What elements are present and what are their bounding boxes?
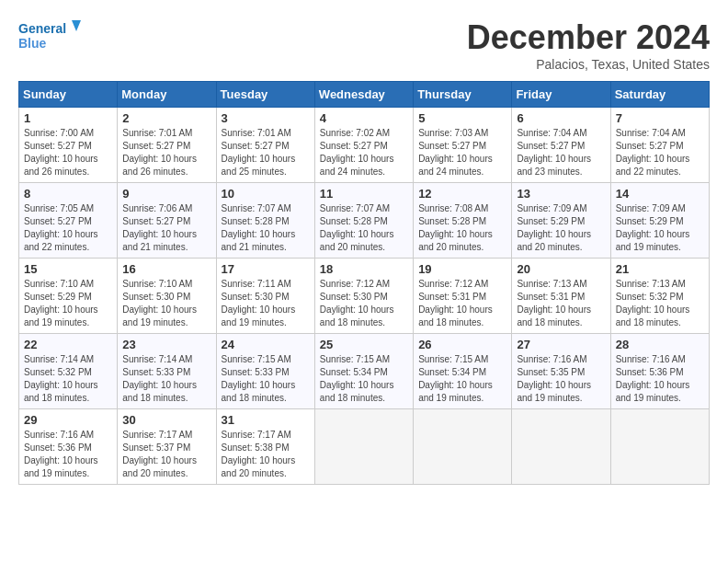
day-info: Sunrise: 7:14 AM Sunset: 5:32 PM Dayligh…: [24, 353, 112, 405]
day-number: 25: [320, 338, 408, 351]
day-number: 30: [122, 413, 210, 427]
calendar-cell: 23Sunrise: 7:14 AM Sunset: 5:33 PM Dayli…: [118, 334, 216, 409]
day-info: Sunrise: 7:02 AM Sunset: 5:27 PM Dayligh…: [320, 127, 408, 178]
day-info: Sunrise: 7:09 AM Sunset: 5:29 PM Dayligh…: [517, 202, 605, 254]
calendar-cell: 26Sunrise: 7:15 AM Sunset: 5:34 PM Dayli…: [414, 334, 512, 409]
calendar-cell: 2Sunrise: 7:01 AM Sunset: 5:27 PM Daylig…: [118, 108, 216, 183]
day-number: 18: [320, 262, 408, 276]
calendar-cell: 24Sunrise: 7:15 AM Sunset: 5:33 PM Dayli…: [216, 334, 314, 409]
day-number: 1: [24, 111, 112, 125]
calendar-cell: 8Sunrise: 7:05 AM Sunset: 5:27 PM Daylig…: [19, 183, 118, 259]
week-row-3: 15Sunrise: 7:10 AM Sunset: 5:29 PM Dayli…: [19, 259, 710, 334]
day-info: Sunrise: 7:12 AM Sunset: 5:31 PM Dayligh…: [418, 278, 506, 329]
calendar-cell: [314, 409, 413, 485]
day-info: Sunrise: 7:10 AM Sunset: 5:29 PM Dayligh…: [24, 278, 112, 329]
day-info: Sunrise: 7:06 AM Sunset: 5:27 PM Dayligh…: [122, 202, 210, 254]
day-info: Sunrise: 7:01 AM Sunset: 5:27 PM Dayligh…: [122, 127, 210, 178]
calendar-cell: [512, 409, 610, 485]
week-row-2: 8Sunrise: 7:05 AM Sunset: 5:27 PM Daylig…: [19, 183, 710, 259]
day-info: Sunrise: 7:15 AM Sunset: 5:34 PM Dayligh…: [418, 353, 506, 405]
week-row-4: 22Sunrise: 7:14 AM Sunset: 5:32 PM Dayli…: [19, 334, 710, 409]
svg-text:Blue: Blue: [18, 36, 47, 51]
col-header-thursday: Thursday: [414, 82, 512, 108]
calendar-cell: 1Sunrise: 7:00 AM Sunset: 5:27 PM Daylig…: [19, 108, 118, 183]
calendar-cell: 3Sunrise: 7:01 AM Sunset: 5:27 PM Daylig…: [216, 108, 314, 183]
svg-text:General: General: [18, 21, 66, 36]
day-info: Sunrise: 7:16 AM Sunset: 5:36 PM Dayligh…: [616, 353, 704, 405]
day-number: 6: [517, 111, 605, 125]
day-info: Sunrise: 7:07 AM Sunset: 5:28 PM Dayligh…: [320, 202, 408, 254]
logo: General Blue: [18, 18, 83, 55]
day-number: 31: [222, 413, 310, 427]
col-header-saturday: Saturday: [610, 82, 709, 108]
calendar-cell: [610, 409, 709, 485]
day-number: 11: [320, 187, 408, 201]
day-info: Sunrise: 7:17 AM Sunset: 5:38 PM Dayligh…: [222, 429, 310, 480]
day-number: 15: [24, 262, 112, 276]
calendar-cell: 30Sunrise: 7:17 AM Sunset: 5:37 PM Dayli…: [118, 409, 216, 485]
day-number: 20: [517, 262, 605, 276]
day-number: 7: [616, 111, 704, 125]
calendar-cell: 11Sunrise: 7:07 AM Sunset: 5:28 PM Dayli…: [314, 183, 413, 259]
day-info: Sunrise: 7:11 AM Sunset: 5:30 PM Dayligh…: [222, 278, 310, 329]
calendar-cell: 5Sunrise: 7:03 AM Sunset: 5:27 PM Daylig…: [414, 108, 512, 183]
calendar-cell: 18Sunrise: 7:12 AM Sunset: 5:30 PM Dayli…: [314, 259, 413, 334]
day-info: Sunrise: 7:15 AM Sunset: 5:34 PM Dayligh…: [320, 353, 408, 405]
day-info: Sunrise: 7:07 AM Sunset: 5:28 PM Dayligh…: [222, 202, 310, 254]
calendar-cell: 31Sunrise: 7:17 AM Sunset: 5:38 PM Dayli…: [216, 409, 314, 485]
calendar-cell: 15Sunrise: 7:10 AM Sunset: 5:29 PM Dayli…: [19, 259, 118, 334]
calendar-cell: 7Sunrise: 7:04 AM Sunset: 5:27 PM Daylig…: [610, 108, 709, 183]
week-row-5: 29Sunrise: 7:16 AM Sunset: 5:36 PM Dayli…: [19, 409, 710, 485]
day-number: 2: [122, 111, 210, 125]
day-number: 19: [418, 262, 506, 276]
day-number: 23: [122, 338, 210, 351]
col-header-friday: Friday: [512, 82, 610, 108]
day-info: Sunrise: 7:12 AM Sunset: 5:30 PM Dayligh…: [320, 278, 408, 329]
calendar-cell: 12Sunrise: 7:08 AM Sunset: 5:28 PM Dayli…: [414, 183, 512, 259]
day-number: 5: [418, 111, 506, 125]
calendar-cell: 14Sunrise: 7:09 AM Sunset: 5:29 PM Dayli…: [610, 183, 709, 259]
day-info: Sunrise: 7:16 AM Sunset: 5:36 PM Dayligh…: [24, 429, 112, 480]
day-number: 14: [616, 187, 704, 201]
day-number: 16: [122, 262, 210, 276]
calendar-cell: 13Sunrise: 7:09 AM Sunset: 5:29 PM Dayli…: [512, 183, 610, 259]
header: General Blue December 2024 Palacios, Tex…: [18, 18, 710, 72]
day-info: Sunrise: 7:09 AM Sunset: 5:29 PM Dayligh…: [616, 202, 704, 254]
calendar-cell: 21Sunrise: 7:13 AM Sunset: 5:32 PM Dayli…: [610, 259, 709, 334]
calendar-cell: 25Sunrise: 7:15 AM Sunset: 5:34 PM Dayli…: [314, 334, 413, 409]
calendar-cell: 16Sunrise: 7:10 AM Sunset: 5:30 PM Dayli…: [118, 259, 216, 334]
day-info: Sunrise: 7:13 AM Sunset: 5:31 PM Dayligh…: [517, 278, 605, 329]
day-number: 24: [222, 338, 310, 351]
day-number: 3: [222, 111, 310, 125]
day-number: 10: [222, 187, 310, 201]
day-info: Sunrise: 7:16 AM Sunset: 5:35 PM Dayligh…: [517, 353, 605, 405]
day-number: 13: [517, 187, 605, 201]
calendar-cell: 17Sunrise: 7:11 AM Sunset: 5:30 PM Dayli…: [216, 259, 314, 334]
day-number: 28: [616, 338, 704, 351]
day-number: 17: [222, 262, 310, 276]
location: Palacios, Texas, United States: [467, 57, 710, 72]
week-row-1: 1Sunrise: 7:00 AM Sunset: 5:27 PM Daylig…: [19, 108, 710, 183]
calendar-cell: 19Sunrise: 7:12 AM Sunset: 5:31 PM Dayli…: [414, 259, 512, 334]
day-info: Sunrise: 7:14 AM Sunset: 5:33 PM Dayligh…: [122, 353, 210, 405]
svg-marker-2: [72, 20, 81, 31]
day-info: Sunrise: 7:03 AM Sunset: 5:27 PM Dayligh…: [418, 127, 506, 178]
calendar-cell: 6Sunrise: 7:04 AM Sunset: 5:27 PM Daylig…: [512, 108, 610, 183]
day-info: Sunrise: 7:00 AM Sunset: 5:27 PM Dayligh…: [24, 127, 112, 178]
calendar-cell: 29Sunrise: 7:16 AM Sunset: 5:36 PM Dayli…: [19, 409, 118, 485]
day-info: Sunrise: 7:15 AM Sunset: 5:33 PM Dayligh…: [222, 353, 310, 405]
day-info: Sunrise: 7:05 AM Sunset: 5:27 PM Dayligh…: [24, 202, 112, 254]
calendar-cell: 20Sunrise: 7:13 AM Sunset: 5:31 PM Dayli…: [512, 259, 610, 334]
day-info: Sunrise: 7:04 AM Sunset: 5:27 PM Dayligh…: [616, 127, 704, 178]
day-info: Sunrise: 7:13 AM Sunset: 5:32 PM Dayligh…: [616, 278, 704, 329]
day-number: 4: [320, 111, 408, 125]
day-info: Sunrise: 7:04 AM Sunset: 5:27 PM Dayligh…: [517, 127, 605, 178]
day-number: 9: [122, 187, 210, 201]
col-header-monday: Monday: [118, 82, 216, 108]
day-number: 27: [517, 338, 605, 351]
calendar-cell: 27Sunrise: 7:16 AM Sunset: 5:35 PM Dayli…: [512, 334, 610, 409]
logo-svg: General Blue: [18, 18, 83, 55]
title-area: December 2024 Palacios, Texas, United St…: [467, 18, 710, 72]
day-info: Sunrise: 7:08 AM Sunset: 5:28 PM Dayligh…: [418, 202, 506, 254]
calendar-cell: 22Sunrise: 7:14 AM Sunset: 5:32 PM Dayli…: [19, 334, 118, 409]
